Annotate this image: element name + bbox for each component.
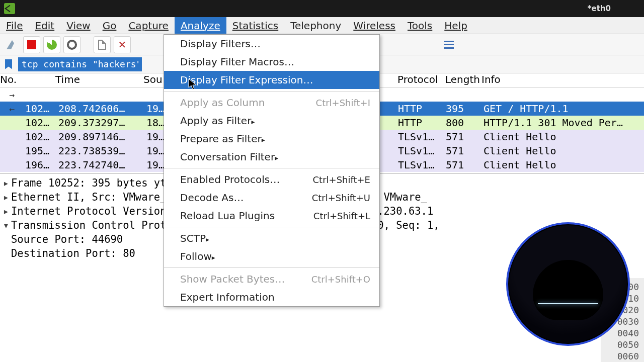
menu-separator <box>164 267 379 268</box>
stop-capture-button[interactable] <box>23 36 40 53</box>
tree-toggle-icon[interactable]: ▸ <box>1 204 11 218</box>
gear-icon <box>67 40 77 50</box>
tree-toggle-icon[interactable]: ▸ <box>1 190 11 204</box>
menu-separator <box>164 91 379 92</box>
packet-direction-icon <box>0 102 24 116</box>
menu-view[interactable]: View <box>60 17 96 34</box>
menubar: File Edit View Go Capture Analyze Statis… <box>0 17 644 34</box>
menu-item-apply-as-filter[interactable]: Apply as Filter <box>164 112 379 130</box>
columns-button[interactable] <box>440 36 457 53</box>
file-icon <box>98 40 106 50</box>
open-file-button[interactable] <box>94 36 111 53</box>
col-header-no[interactable]: No. <box>0 73 55 87</box>
analyze-menu-dropdown: Display Filters… Display Filter Macros… … <box>164 34 380 307</box>
col-header-length[interactable]: Length <box>445 73 481 87</box>
menu-statistics[interactable]: Statistics <box>226 17 284 34</box>
menu-item-enabled-protocols[interactable]: Enabled Protocols…Ctrl+Shift+E <box>164 170 379 189</box>
menu-separator <box>164 227 379 227</box>
submenu-arrow-icon <box>206 232 209 244</box>
columns-icon <box>444 41 454 49</box>
menu-tools[interactable]: Tools <box>401 17 438 34</box>
packet-direction-icon <box>0 87 24 102</box>
close-file-button[interactable]: ✕ <box>114 36 131 53</box>
submenu-arrow-icon <box>262 133 265 145</box>
col-header-info[interactable]: Info <box>481 73 644 87</box>
capture-options-button[interactable] <box>63 36 80 53</box>
stop-icon <box>27 40 36 49</box>
menu-help[interactable]: Help <box>438 17 473 34</box>
menu-analyze[interactable]: Analyze <box>175 17 226 34</box>
menu-file[interactable]: File <box>0 17 29 34</box>
system-menu-icon[interactable] <box>4 3 15 14</box>
menu-item-display-filter-macros[interactable]: Display Filter Macros… <box>164 53 379 71</box>
col-header-protocol[interactable]: Protocol <box>397 73 445 87</box>
submenu-arrow-icon <box>275 151 278 163</box>
menu-capture[interactable]: Capture <box>122 17 175 34</box>
tree-toggle-icon[interactable]: ▾ <box>1 218 11 232</box>
mouse-cursor-icon <box>188 78 197 90</box>
submenu-arrow-icon <box>251 115 255 127</box>
submenu-arrow-icon <box>212 250 215 262</box>
menu-item-follow[interactable]: Follow <box>164 247 379 265</box>
menu-edit[interactable]: Edit <box>29 17 60 34</box>
menu-item-conversation-filter[interactable]: Conversation Filter <box>164 148 379 166</box>
menu-item-apply-as-column: Apply as ColumnCtrl+Shift+I <box>164 94 379 112</box>
restart-icon <box>47 40 57 50</box>
menu-item-display-filters[interactable]: Display Filters… <box>164 35 379 53</box>
shark-fin-icon[interactable] <box>3 36 20 53</box>
presenter-avatar <box>506 222 630 346</box>
tree-toggle-icon[interactable]: ▸ <box>1 176 11 190</box>
close-icon: ✕ <box>118 39 127 51</box>
menu-item-sctp[interactable]: SCTP <box>164 229 379 247</box>
col-header-time[interactable]: Time <box>55 73 143 87</box>
menu-item-prepare-as-filter[interactable]: Prepare as Filter <box>164 130 379 148</box>
display-filter-input[interactable] <box>18 57 142 71</box>
menu-item-decode-as[interactable]: Decode As…Ctrl+Shift+U <box>164 189 379 207</box>
menu-telephony[interactable]: Telephony <box>284 17 347 34</box>
menu-item-show-packet-bytes: Show Packet Bytes…Ctrl+Shift+O <box>164 270 379 288</box>
window-title: *eth0 <box>588 4 611 13</box>
menu-item-reload-lua-plugins[interactable]: Reload Lua PluginsCtrl+Shift+L <box>164 207 379 225</box>
menu-item-expert-information[interactable]: Expert Information <box>164 288 379 306</box>
menu-separator <box>164 168 379 168</box>
bookmark-icon[interactable] <box>5 59 12 69</box>
restart-capture-button[interactable] <box>43 36 60 53</box>
menu-go[interactable]: Go <box>97 17 123 34</box>
titlebar: *eth0 <box>0 0 644 17</box>
menu-wireless[interactable]: Wireless <box>347 17 401 34</box>
